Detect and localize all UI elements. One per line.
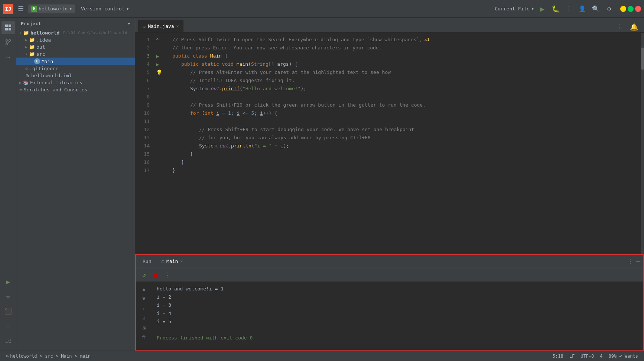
src-folder-icon: 📁 [29, 51, 35, 57]
minimize-button[interactable] [620, 6, 626, 12]
scroll-end-icon[interactable]: ⤓ [140, 314, 148, 322]
run-tab-icon: □ [162, 259, 164, 264]
more-actions-button[interactable]: ⋮ [564, 4, 574, 14]
out-folder-icon: 📁 [29, 44, 35, 50]
rerun-button[interactable]: ↺ [139, 270, 149, 280]
tree-item-main[interactable]: C Main [16, 58, 135, 65]
run-more-icon[interactable]: ⋮ [627, 258, 633, 265]
vertical-scrollbar[interactable] [641, 33, 644, 254]
sidebar-chevron-icon: ▾ [127, 21, 130, 26]
encoding-text: UTF-8 [580, 354, 594, 359]
gutter-10 [156, 109, 166, 117]
tree-item-idea[interactable]: ▶ 📁 .idea [16, 36, 135, 43]
status-encoding[interactable]: UTF-8 [579, 354, 595, 359]
svg-rect-0 [5, 25, 8, 27]
line-num-12: 12 [135, 126, 153, 134]
version-control-selector[interactable]: Version control ▾ [78, 4, 132, 13]
run-tab-close-icon[interactable]: ✕ [180, 259, 183, 264]
run-tab-run[interactable]: Run [139, 257, 155, 266]
tree-item-src[interactable]: ▾ 📁 src [16, 51, 135, 58]
sidebar-title: Project [21, 21, 41, 26]
gitignore-label: .gitignore [29, 66, 58, 71]
ext-libs-label: External Libraries [30, 80, 82, 85]
activity-vcs-icon[interactable] [1, 36, 15, 49]
gutter-13 [156, 134, 166, 142]
console-output-2: i = 2 [157, 293, 639, 301]
code-editor[interactable]: // Press Shift twice to open the Search … [166, 33, 641, 254]
status-indent[interactable]: 4 [598, 354, 604, 359]
notifications-icon[interactable]: 🔔 [627, 22, 641, 32]
run-console[interactable]: Hello and welcome!i = 1 i = 2 i = 3 i = … [152, 282, 643, 350]
tab-main-java[interactable]: ☕ Main.java ✕ [138, 20, 183, 32]
editor-more-icon[interactable]: ⋮ [614, 22, 625, 32]
tree-item-external-libs[interactable]: ▶ 📚 External Libraries [16, 79, 135, 86]
warning-icon: ⚠ [156, 36, 159, 41]
tree-root[interactable]: ▾ 📁 helloworld D:\04_Code\Java\helloworl… [16, 29, 135, 36]
run-button[interactable]: ▶ [537, 4, 547, 14]
tab-close-icon[interactable]: ✕ [176, 24, 179, 29]
scrollbar-thumb[interactable] [641, 48, 644, 70]
gutter-run-4[interactable]: ▶ [156, 60, 166, 68]
gutter-run-3[interactable]: ▶ [156, 52, 166, 60]
activity-terminal-icon[interactable]: ⬛ [1, 305, 15, 318]
activity-build-icon[interactable]: ⚒ [1, 290, 15, 303]
activity-project-icon[interactable] [1, 21, 15, 34]
editor-split: ☕ Main.java ✕ ⋮ 🔔 1 2 3 [135, 18, 644, 351]
search-everywhere-icon[interactable]: 🔍 [591, 4, 601, 14]
tree-item-out[interactable]: ▶ 📁 out [16, 43, 135, 51]
editor-content[interactable]: 1 2 3 4 5 6 7 8 9 10 11 12 13 14 [135, 33, 644, 254]
status-line-sep[interactable]: LF [568, 354, 576, 359]
iml-icon: 🗎 [25, 73, 30, 78]
out-expand-icon: ▶ [25, 45, 27, 49]
activity-git-icon[interactable]: ⎇ [1, 334, 15, 348]
tree-item-scratches[interactable]: ≡ Scratches and Consoles [16, 86, 135, 93]
tree-item-iml[interactable]: 🗎 helloworld.iml [16, 72, 135, 79]
status-breadcrumb[interactable]: ⊙ helloworld > src > Main > main [4, 354, 92, 359]
scroll-down-icon[interactable]: ▼ [140, 295, 148, 303]
status-extra[interactable]: 89% ✔ Wants [607, 354, 640, 359]
idea-label: .idea [36, 37, 51, 43]
line-numbers: 1 2 3 4 5 6 7 8 9 10 11 12 13 14 [135, 33, 156, 254]
close-button[interactable] [635, 6, 641, 12]
line-num-5: 5 [135, 68, 153, 77]
console-output-4: i = 4 [157, 309, 639, 318]
print-icon[interactable]: 🖨 [140, 323, 148, 332]
run-minimize-icon[interactable]: ─ [636, 257, 640, 265]
sidebar-header[interactable]: Project ▾ [16, 18, 135, 29]
settings-icon[interactable]: ⚙ [604, 4, 614, 14]
run-config-chevron-icon: ▾ [531, 6, 534, 12]
gutter-9 [156, 101, 166, 109]
project-tree: ▾ 📁 helloworld D:\04_Code\Java\helloworl… [16, 29, 135, 93]
line-num-1: 1 [135, 36, 153, 44]
run-toolbar-more-icon[interactable]: ⋮ [163, 270, 173, 280]
project-selector[interactable]: H helloworld ▾ [28, 4, 75, 13]
run-config-selector[interactable]: Current File ▾ [495, 6, 534, 12]
user-icon[interactable]: 👤 [577, 4, 588, 14]
run-toolbar: ↺ ■ ⋮ [136, 268, 643, 282]
maximize-button[interactable] [628, 6, 634, 12]
svg-point-5 [9, 40, 10, 42]
activity-run-icon[interactable]: ▶ [1, 275, 15, 288]
activity-more-icon[interactable]: ⋯ [1, 51, 15, 64]
code-line-2: // then press Enter. You can now see whi… [172, 44, 641, 52]
activity-problems-icon[interactable]: ⚠ [1, 319, 15, 333]
run-tab-main[interactable]: □ Main ✕ [158, 257, 186, 266]
line-num-8: 8 [135, 93, 153, 101]
menu-icon[interactable]: ☰ [16, 3, 25, 14]
line-num-4: 4 [135, 60, 153, 68]
tree-item-gitignore[interactable]: ⊘ .gitignore [16, 65, 135, 72]
main-layout: ⋯ ▶ ⚒ ⬛ ⚠ ⎇ Project ▾ ▾ 📁 helloworld D:\… [0, 18, 644, 351]
scroll-up-icon[interactable]: ▲ [140, 285, 148, 293]
gutter-bulb-5[interactable]: 💡 [156, 68, 166, 77]
editor-tabs: ☕ Main.java ✕ ⋮ 🔔 [135, 18, 644, 33]
line-num-15: 15 [135, 150, 153, 158]
status-position[interactable]: 5:18 [551, 354, 565, 359]
clear-icon[interactable]: 🗑 [140, 333, 148, 341]
soft-wrap-icon[interactable]: ↵ [140, 304, 148, 312]
svg-rect-1 [9, 25, 11, 27]
status-right-area: 5:18 LF UTF-8 4 89% ✔ Wants [551, 354, 640, 359]
stop-button[interactable]: ■ [151, 270, 161, 280]
debug-button[interactable]: 🐛 [550, 4, 561, 14]
gutter-8 [156, 93, 166, 101]
line-num-11: 11 [135, 117, 153, 126]
